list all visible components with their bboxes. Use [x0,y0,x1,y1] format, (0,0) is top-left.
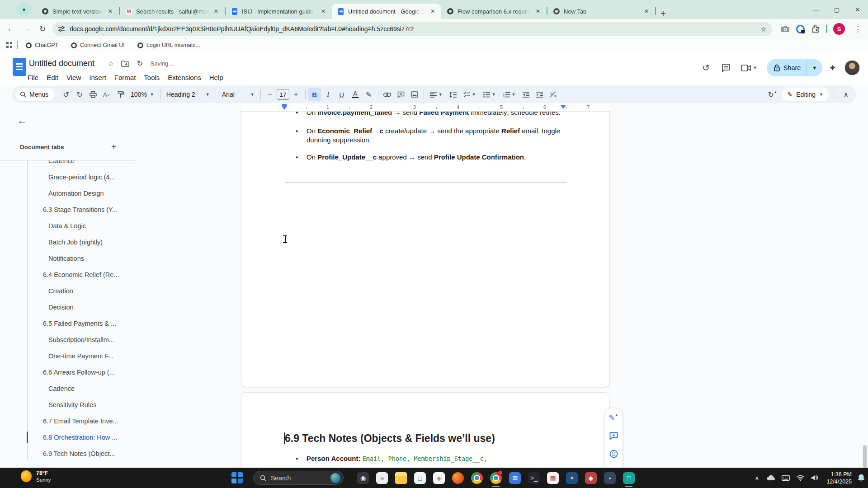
weather-widget[interactable]: 78°F Sunny [21,469,51,483]
chrome-active-taskbar-icon[interactable] [486,468,505,488]
outline-item[interactable]: 6.5 Failed Payments & ... [43,315,116,332]
font-size-input[interactable]: 17 [277,89,289,100]
version-history-button[interactable]: ↺ [696,62,716,73]
media-app-taskbar-icon[interactable]: ◆ [581,468,600,488]
outline-item[interactable]: Cadence [48,380,75,397]
menu-insert[interactable]: Insert [85,72,110,83]
increase-indent-button[interactable] [533,88,546,101]
mail-app-taskbar-icon[interactable]: ✉ [505,468,524,488]
add-document-tab-button[interactable]: + [111,142,116,152]
notes-app-taskbar-icon[interactable]: ≡ [373,468,392,488]
insert-image-button[interactable] [408,88,421,101]
tab-close-icon[interactable]: ✕ [319,7,327,15]
outline-item-active[interactable]: 6.8 Orchestration: How ... [43,429,117,446]
doc-bullet[interactable]: Person Account: Email, Phone, Membership… [307,454,569,464]
italic-button[interactable]: I [321,88,335,101]
menu-file[interactable]: File [24,72,42,83]
extensions-puzzle-icon[interactable] [811,25,820,33]
outline-item[interactable]: Automation Design [48,185,104,202]
cloud-sync-icon[interactable]: ↻ [137,59,143,68]
terminal-app-taskbar-icon[interactable]: >_ [524,468,543,488]
comments-button[interactable] [716,64,736,72]
highlight-color-button[interactable]: ✎ [362,88,376,101]
text-color-button[interactable]: A [349,88,362,101]
outline-item[interactable]: Batch Job (nightly) [48,234,103,250]
new-tab-button[interactable]: + [660,9,666,19]
doc-bullet[interactable]: On Profile_Update__c approved → send Pro… [307,153,569,162]
doc-heading[interactable]: 6.9 Tech Notes (Objects & Fields we’ll u… [285,432,495,445]
tray-show-hidden-icons[interactable]: ∧ [750,474,764,482]
increase-font-size-button[interactable]: + [289,88,303,101]
add-comment-button[interactable] [394,88,408,101]
scrollbar-thumb[interactable] [863,445,867,468]
document-title[interactable]: Untitled document [29,59,94,68]
tab-untitled-document-active[interactable]: Untitled document - Google Do ✕ [332,4,441,19]
chrome-taskbar-icon[interactable] [467,468,486,488]
apps-grid-icon[interactable] [6,42,13,49]
numbered-list-select[interactable]: 123 ▼ [500,92,519,98]
star-document-icon[interactable]: ☆ [108,59,114,68]
doc-bullet[interactable]: On Economic_Relief__c create/update → se… [307,127,569,144]
rewind-sparkle-button[interactable]: ↻✦ [766,88,779,101]
underline-button[interactable]: U [335,88,349,101]
redo-button[interactable]: ↻ [73,88,86,101]
outline-item[interactable]: One-time Payment F... [48,348,113,364]
kebab-menu-icon[interactable]: ⋮ [851,24,864,34]
outline-item[interactable]: Cadence [48,160,75,169]
print-button[interactable] [86,88,100,101]
menu-extensions[interactable]: Extensions [164,72,205,83]
outline-item[interactable]: 6.4 Economic Relief (Re... [43,267,119,283]
share-options-caret[interactable]: ▼ [807,65,822,70]
outline-item[interactable]: Sensitivity Rules [48,397,96,413]
menu-format[interactable]: Format [110,72,140,83]
move-folder-icon[interactable] [121,61,129,67]
align-select[interactable]: ▼ [426,92,446,98]
wifi-icon[interactable] [793,475,807,481]
tab-close-icon[interactable]: ✕ [106,7,114,15]
outline-item[interactable]: Creation [48,283,73,299]
help-me-write-button[interactable]: ✎✦ [609,413,618,422]
menu-tools[interactable]: Tools [140,72,164,83]
taskbar-search[interactable]: Search [253,471,344,485]
bookmark-star-icon[interactable]: ☆ [760,25,767,33]
bookmark-chatgpt[interactable]: ChatGPT [21,42,63,48]
usage-timer-icon[interactable] [796,25,805,33]
join-call-button[interactable]: ▼ [736,65,762,71]
share-button[interactable]: Share ▼ [767,59,823,76]
touch-keyboard-icon[interactable] [778,475,793,481]
menu-help[interactable]: Help [205,72,227,83]
outline-item[interactable]: 6.3 Stage Transitions (Y... [43,202,118,218]
tab-close-icon[interactable]: ✕ [429,7,437,15]
camera-icon[interactable] [781,25,790,33]
document-page-2[interactable]: 6.9 Tech Notes (Objects & Fields we’ll u… [241,392,610,468]
outline-item[interactable]: Subscription/Installm... [48,332,114,348]
outline-item[interactable]: Grace-period logic (4... [48,169,115,185]
insert-link-button[interactable] [381,88,394,101]
clear-formatting-button[interactable]: T [546,88,560,101]
first-line-indent-marker[interactable] [282,104,287,106]
back-button[interactable]: ← [5,23,17,35]
zoom-select[interactable]: 100%▼ [127,91,158,98]
notification-bell[interactable] [854,474,868,482]
taskbar-clock[interactable]: 1:36 PM 12/4/2025 [826,471,852,485]
browser-app-taskbar-icon[interactable] [448,468,467,488]
decrease-indent-button[interactable] [519,88,533,101]
menus-search-button[interactable]: Menus [15,88,55,101]
menu-edit[interactable]: Edit [42,72,62,83]
menu-view[interactable]: View [62,72,85,83]
outline-item[interactable]: Data & Logic [48,218,86,234]
tab-gmail-search-results[interactable]: M Search results - saiful@moment ✕ [120,4,225,19]
window-close-button[interactable]: ✕ [847,0,868,19]
office-app-taskbar-icon[interactable]: ▦ [543,468,562,488]
outline-item[interactable]: 6.6 Arrears Follow-up (... [43,364,115,380]
tab-isij-implementation-guide[interactable]: ISIJ - Implementation guide - G ✕ [226,4,332,19]
tab-close-icon[interactable]: ✕ [534,7,542,15]
ruler[interactable]: 1234567 [241,104,610,112]
tab-flow-comparison[interactable]: Flow comparison 6.x requireme ✕ [441,4,547,19]
address-bar[interactable]: docs.google.com/document/d/1jkdXn2EE3q0X… [52,22,772,36]
outline-item[interactable]: Decision [48,299,74,315]
editing-mode-select[interactable]: ✎ Editing ▼ [782,88,829,101]
chrome-profile-avatar[interactable]: S [833,23,845,35]
close-outline-button[interactable]: ← [17,115,27,127]
start-button[interactable] [231,472,243,483]
